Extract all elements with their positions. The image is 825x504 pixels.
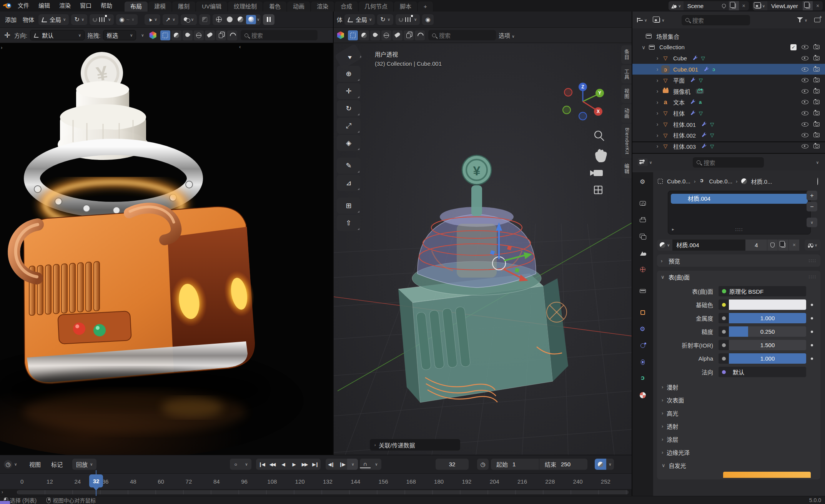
pivot-point-dropdown[interactable]: ↻∨ <box>377 14 393 25</box>
value-slider[interactable]: 1.500 <box>719 340 806 350</box>
pin-icon[interactable] <box>719 1 729 10</box>
decorator-dot[interactable] <box>811 358 813 360</box>
properties-tab[interactable] <box>635 248 650 258</box>
outliner-row[interactable]: › ▽ ɔ a 摄像机 ▽ ɔ <box>632 86 825 97</box>
breadcrumb-item[interactable]: Cube.0... › <box>657 178 695 185</box>
expand-caret[interactable]: › <box>655 66 660 72</box>
link-transfer-data-button[interactable]: ›关联/传递数据 <box>370 439 460 451</box>
base-color-field[interactable] <box>719 299 806 310</box>
properties-tab[interactable] <box>635 264 650 274</box>
workspace-tab[interactable]: 几何节点 <box>359 2 393 12</box>
object-name[interactable]: Cube.001 <box>673 66 698 73</box>
object-name[interactable]: 摄像机 <box>673 87 690 95</box>
workspace-tab[interactable]: 着色 <box>263 2 286 12</box>
viewport-rendered[interactable]: 添加 物体 全局∨ ↻∨ ∨ ◉ ~∨ ▲∨ ↗∨ <box>0 12 333 455</box>
tool-button[interactable]: ⇧ <box>337 215 361 231</box>
outliner-row[interactable]: ∨ ▽ ɔ a Collection ▽ ɔ <box>632 42 825 53</box>
subsection-header[interactable]: ›涂层 <box>657 432 820 446</box>
object-name[interactable]: 柱体.003 <box>673 142 696 150</box>
workspace-tab[interactable]: 布局 <box>125 2 148 12</box>
outliner-row[interactable]: › ▽ ɔ a Cube ▽ ɔ <box>632 53 825 64</box>
material-users-count[interactable]: 4 <box>745 240 767 251</box>
asset-type-button[interactable] <box>370 30 380 40</box>
value-slider[interactable]: 0.250 <box>719 326 806 337</box>
object-name[interactable]: Collection <box>659 44 685 50</box>
playback-button[interactable]: ❙◀ <box>256 459 267 470</box>
outliner-row[interactable]: › ▽ ɔ a Cube.001 ▽ ɔ <box>632 64 825 75</box>
material-slot-selected[interactable]: 材质.004 <box>671 194 808 204</box>
properties-tab[interactable] <box>635 308 650 318</box>
expand-caret[interactable]: ∨ <box>641 44 646 50</box>
blenderkit-icon[interactable] <box>337 32 344 39</box>
asset-type-button[interactable] <box>227 30 237 40</box>
timeline-ruler[interactable]: 0122436486072849610812013214415616818019… <box>0 474 632 489</box>
direction-dropdown[interactable]: 默认 ∨ <box>30 30 85 40</box>
properties-options-chevron[interactable]: ∨ <box>816 160 819 165</box>
breadcrumb-item[interactable]: 材质.0... <box>741 177 772 185</box>
tool-button[interactable]: ⊿ <box>337 175 361 191</box>
slot-specials-button[interactable]: ∨ <box>807 218 817 227</box>
object-name[interactable]: 场景集合 <box>656 32 679 40</box>
object-menu[interactable]: 物体 <box>21 15 36 23</box>
options-dropdown[interactable]: 选项 ∨ <box>499 31 515 39</box>
playback-button[interactable]: ◀ <box>278 459 288 470</box>
scene-name[interactable]: Scene <box>684 3 719 9</box>
area-splitter-horizontal[interactable] <box>0 455 632 455</box>
drag-dropdown[interactable]: 框选∨ <box>103 30 136 40</box>
hide-viewport-icon[interactable] <box>802 89 808 93</box>
timeline-marker-menu[interactable]: 标记 <box>51 460 63 468</box>
asset-type-button[interactable] <box>171 30 181 40</box>
timeline-expand-icon[interactable]: › <box>2 489 3 495</box>
asset-type-button[interactable] <box>359 30 369 40</box>
xray-toggle[interactable] <box>199 14 210 25</box>
delete-viewlayer-icon[interactable]: × <box>813 1 823 10</box>
decorator-dot[interactable] <box>811 317 813 319</box>
timeline-shading-chevron[interactable]: ∨ <box>606 459 614 470</box>
surface-shader-field[interactable]: 原理化 BSDF <box>719 286 806 296</box>
timeline-view-menu[interactable]: 视图 <box>29 460 41 468</box>
disable-render-icon[interactable] <box>813 122 820 126</box>
outliner-row[interactable]: › ▽ ɔ a 柱体.003 ▽ ɔ <box>632 141 825 152</box>
playback-button[interactable]: ▶▶ <box>299 459 310 470</box>
expand-caret[interactable]: › <box>655 110 660 116</box>
step-back-button[interactable]: ◀❙ <box>326 459 336 470</box>
auto-keyframe-button[interactable]: ○ <box>230 459 241 470</box>
menu-item[interactable]: 文件 <box>13 0 34 12</box>
outliner-display-mode-dropdown[interactable]: ∨ <box>635 15 649 25</box>
shading-material-button[interactable] <box>235 15 245 24</box>
playhead[interactable]: 32 <box>89 474 103 487</box>
workspace-tab[interactable]: 纹理绘制 <box>228 2 263 12</box>
pivot-point-dropdown[interactable]: ↻∨ <box>71 14 87 25</box>
slot-list-expand-icon[interactable]: ▸ <box>672 227 674 232</box>
properties-tab[interactable] <box>635 215 650 225</box>
asset-type-button[interactable] <box>183 30 193 40</box>
surface-panel-header[interactable]: ∨表(曲)面 <box>657 271 820 283</box>
outliner-viewlayer-dropdown[interactable]: ∨ <box>652 15 667 25</box>
disable-render-icon[interactable] <box>813 67 820 72</box>
proportional-editing-group[interactable]: ◉ ~∨ <box>116 14 137 25</box>
hide-viewport-icon[interactable] <box>802 122 808 126</box>
viewlayer-name[interactable]: ViewLayer <box>767 3 803 9</box>
material-name-field[interactable]: 材质.004 <box>672 240 745 251</box>
properties-tab[interactable] <box>635 231 650 241</box>
hide-viewport-icon[interactable] <box>802 78 808 82</box>
playback-button[interactable]: ▶ <box>288 459 299 470</box>
sidebar-tab[interactable]: 工具 <box>621 65 632 83</box>
menu-item[interactable]: 编辑 <box>34 0 55 12</box>
subsection-header[interactable]: ›透射 <box>657 419 820 432</box>
preview-range-icon[interactable]: ∩ <box>360 460 371 468</box>
workspace-tab[interactable]: + <box>418 2 433 12</box>
subsection-header[interactable]: ›边缘光泽 <box>657 446 820 459</box>
normal-field[interactable]: 默认 <box>719 367 806 377</box>
hide-viewport-icon[interactable] <box>802 111 808 115</box>
menu-item[interactable]: 帮助 <box>96 0 117 12</box>
copy-scene-icon[interactable] <box>729 1 739 10</box>
emission-color-swatch[interactable] <box>723 472 811 478</box>
area-splitter-vertical-1[interactable] <box>333 12 334 455</box>
area-splitter-vertical-2[interactable] <box>632 12 632 496</box>
asset-type-button[interactable] <box>348 30 358 40</box>
outliner-row[interactable]: › ▽ ɔ a 平面 ▽ ɔ <box>632 75 825 86</box>
outliner-row[interactable]: › ▽ ɔ a 柱体.001 ▽ ɔ <box>632 119 825 130</box>
material-slot-list[interactable]: 材质.004 ▸ ∷∷ <box>668 191 811 235</box>
stopwatch-icon[interactable]: ◷ <box>477 459 489 470</box>
